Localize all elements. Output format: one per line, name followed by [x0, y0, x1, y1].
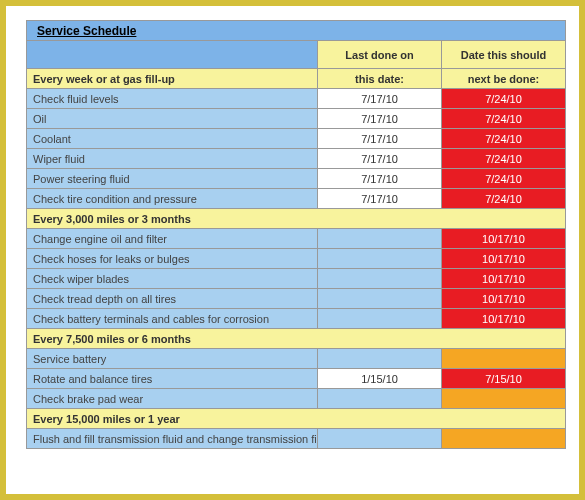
- last-done-cell[interactable]: 7/17/10: [318, 169, 442, 189]
- task-cell[interactable]: Check brake pad wear: [27, 389, 318, 409]
- task-cell[interactable]: Check hoses for leaks or bulges: [27, 249, 318, 269]
- next-due-cell[interactable]: 7/24/10: [442, 149, 566, 169]
- last-done-cell[interactable]: 7/17/10: [318, 149, 442, 169]
- next-due-cell[interactable]: 10/17/10: [442, 309, 566, 329]
- next-due-cell[interactable]: [442, 429, 566, 449]
- last-done-cell[interactable]: 1/15/10: [318, 369, 442, 389]
- task-cell[interactable]: Oil: [27, 109, 318, 129]
- task-cell[interactable]: Check tread depth on all tires: [27, 289, 318, 309]
- section-0-label: Every week or at gas fill-up: [27, 69, 318, 89]
- last-done-cell[interactable]: 7/17/10: [318, 89, 442, 109]
- last-done-cell[interactable]: [318, 309, 442, 329]
- task-cell[interactable]: Change engine oil and filter: [27, 229, 318, 249]
- header-next-bottom: next be done:: [442, 69, 566, 89]
- section-3-label: Every 15,000 miles or 1 year: [27, 409, 566, 429]
- last-done-cell[interactable]: 7/17/10: [318, 129, 442, 149]
- next-due-cell[interactable]: 7/24/10: [442, 89, 566, 109]
- task-cell[interactable]: Check fluid levels: [27, 89, 318, 109]
- task-cell[interactable]: Check battery terminals and cables for c…: [27, 309, 318, 329]
- next-due-cell[interactable]: 7/24/10: [442, 109, 566, 129]
- service-schedule-table: Service ScheduleLast done onDate this sh…: [26, 20, 566, 449]
- last-done-cell[interactable]: 7/17/10: [318, 109, 442, 129]
- next-due-cell[interactable]: 10/17/10: [442, 269, 566, 289]
- next-due-cell[interactable]: 10/17/10: [442, 249, 566, 269]
- app-frame: Service ScheduleLast done onDate this sh…: [0, 0, 585, 500]
- task-cell[interactable]: Rotate and balance tires: [27, 369, 318, 389]
- task-cell[interactable]: Coolant: [27, 129, 318, 149]
- header-spacer-1: [27, 41, 318, 69]
- last-done-cell[interactable]: [318, 349, 442, 369]
- last-done-cell[interactable]: 7/17/10: [318, 189, 442, 209]
- section-1-label: Every 3,000 miles or 3 months: [27, 209, 566, 229]
- title-cell: Service Schedule: [27, 21, 566, 41]
- last-done-cell[interactable]: [318, 429, 442, 449]
- last-done-cell[interactable]: [318, 249, 442, 269]
- task-cell[interactable]: Service battery: [27, 349, 318, 369]
- last-done-cell[interactable]: [318, 389, 442, 409]
- task-cell[interactable]: Check tire condition and pressure: [27, 189, 318, 209]
- header-last-done-top: Last done on: [318, 41, 442, 69]
- task-cell[interactable]: Wiper fluid: [27, 149, 318, 169]
- last-done-cell[interactable]: [318, 229, 442, 249]
- task-cell[interactable]: Check wiper blades: [27, 269, 318, 289]
- next-due-cell[interactable]: 7/24/10: [442, 189, 566, 209]
- last-done-cell[interactable]: [318, 269, 442, 289]
- task-cell[interactable]: Flush and fill transmission fluid and ch…: [27, 429, 318, 449]
- spreadsheet: Service ScheduleLast done onDate this sh…: [6, 6, 579, 449]
- next-due-cell[interactable]: [442, 389, 566, 409]
- next-due-cell[interactable]: [442, 349, 566, 369]
- task-cell[interactable]: Power steering fluid: [27, 169, 318, 189]
- last-done-cell[interactable]: [318, 289, 442, 309]
- header-next-top: Date this should: [442, 41, 566, 69]
- next-due-cell[interactable]: 7/24/10: [442, 169, 566, 189]
- section-2-label: Every 7,500 miles or 6 months: [27, 329, 566, 349]
- header-last-done-bottom: this date:: [318, 69, 442, 89]
- next-due-cell[interactable]: 10/17/10: [442, 229, 566, 249]
- next-due-cell[interactable]: 10/17/10: [442, 289, 566, 309]
- next-due-cell[interactable]: 7/24/10: [442, 129, 566, 149]
- next-due-cell[interactable]: 7/15/10: [442, 369, 566, 389]
